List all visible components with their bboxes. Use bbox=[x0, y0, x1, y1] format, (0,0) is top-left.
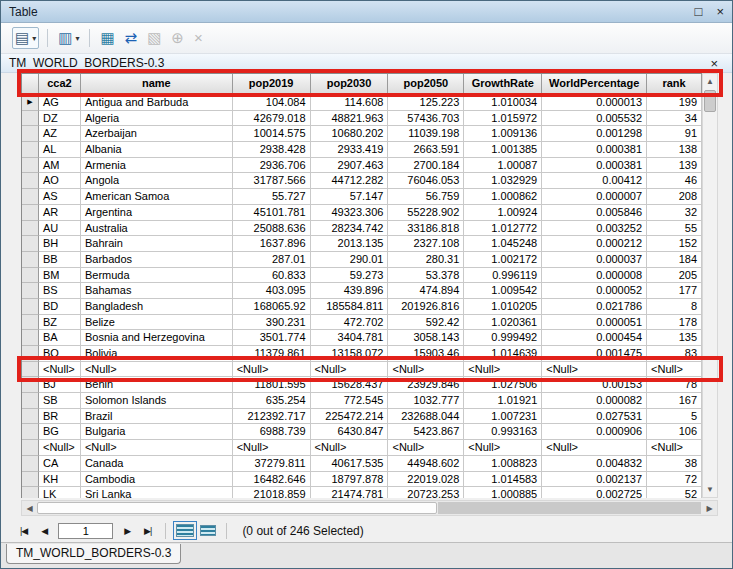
cell-pop2050[interactable]: 5423.867 bbox=[388, 424, 464, 440]
cell-name[interactable]: Bosnia and Herzegovina bbox=[81, 330, 233, 346]
row-selector[interactable] bbox=[22, 189, 39, 205]
column-header-cca2[interactable]: cca2 bbox=[39, 74, 81, 95]
cell-pop2019[interactable]: 21018.859 bbox=[233, 487, 311, 498]
cell-name[interactable]: Argentina bbox=[81, 205, 233, 221]
row-selector[interactable] bbox=[22, 158, 39, 174]
cell-pop2050[interactable]: 1032.777 bbox=[388, 393, 464, 409]
cell-growthrate[interactable]: 1.002172 bbox=[464, 252, 542, 268]
cell-worldpercentage[interactable]: 0.001298 bbox=[542, 126, 647, 142]
row-selector[interactable] bbox=[22, 424, 39, 440]
cell-growthrate[interactable]: 1.000885 bbox=[464, 487, 542, 498]
cell-name[interactable]: Bahrain bbox=[81, 236, 233, 252]
cell-pop2019[interactable]: 6988.739 bbox=[233, 424, 311, 440]
cell-growthrate[interactable]: <Null> bbox=[464, 440, 542, 456]
cell-worldpercentage[interactable]: 0.00153 bbox=[542, 377, 647, 393]
cell-cca2[interactable]: BR bbox=[39, 409, 81, 425]
column-header-worldpercentage[interactable]: WorldPercentage bbox=[542, 74, 647, 95]
cell-pop2050[interactable]: 592.42 bbox=[388, 315, 464, 331]
cell-pop2030[interactable]: 185584.811 bbox=[311, 299, 389, 315]
cell-name[interactable]: Albania bbox=[81, 142, 233, 158]
row-selector[interactable] bbox=[22, 111, 39, 127]
cell-rank[interactable]: 139 bbox=[647, 158, 702, 174]
row-selector[interactable] bbox=[22, 142, 39, 158]
cell-rank[interactable]: 72 bbox=[647, 472, 702, 488]
cell-rank[interactable]: 83 bbox=[647, 346, 702, 362]
cell-worldpercentage[interactable]: 0.000008 bbox=[542, 268, 647, 284]
cell-pop2030[interactable]: 2013.135 bbox=[311, 236, 389, 252]
cell-name[interactable]: American Samoa bbox=[81, 189, 233, 205]
cell-rank[interactable]: 178 bbox=[647, 315, 702, 331]
cell-growthrate[interactable]: 1.001385 bbox=[464, 142, 542, 158]
cell-pop2050[interactable]: 44948.602 bbox=[388, 456, 464, 472]
row-selector[interactable] bbox=[22, 299, 39, 315]
row-selector[interactable] bbox=[22, 362, 39, 378]
cell-pop2030[interactable]: 225472.214 bbox=[311, 409, 389, 425]
cell-pop2019[interactable]: 25088.636 bbox=[233, 221, 311, 237]
cell-pop2030[interactable]: 18797.878 bbox=[311, 472, 389, 488]
cell-pop2019[interactable]: 16482.646 bbox=[233, 472, 311, 488]
cell-pop2050[interactable]: 474.894 bbox=[388, 283, 464, 299]
cell-pop2050[interactable]: 76046.053 bbox=[388, 173, 464, 189]
cell-pop2030[interactable]: 44712.282 bbox=[311, 173, 389, 189]
cell-worldpercentage[interactable]: 0.00412 bbox=[542, 173, 647, 189]
cell-pop2050[interactable]: 11039.198 bbox=[388, 126, 464, 142]
cell-pop2019[interactable]: 212392.717 bbox=[233, 409, 311, 425]
cell-pop2050[interactable]: 20723.253 bbox=[388, 487, 464, 498]
cell-cca2[interactable]: AS bbox=[39, 189, 81, 205]
column-header-pop2050[interactable]: pop2050 bbox=[388, 74, 464, 95]
cell-pop2030[interactable]: 21474.781 bbox=[311, 487, 389, 498]
cell-pop2019[interactable]: 11379.861 bbox=[233, 346, 311, 362]
cell-rank[interactable]: <Null> bbox=[647, 362, 702, 378]
row-selector[interactable] bbox=[22, 315, 39, 331]
cell-pop2050[interactable]: 2327.108 bbox=[388, 236, 464, 252]
cell-cca2[interactable]: <Null> bbox=[39, 440, 81, 456]
cell-rank[interactable]: 78 bbox=[647, 377, 702, 393]
cell-cca2[interactable]: BH bbox=[39, 236, 81, 252]
cell-pop2050[interactable]: 57436.703 bbox=[388, 111, 464, 127]
cell-pop2030[interactable]: <Null> bbox=[311, 440, 389, 456]
cell-name[interactable]: Antigua and Barbuda bbox=[81, 95, 233, 111]
first-record-button[interactable]: |◀ bbox=[20, 526, 27, 536]
row-selector[interactable] bbox=[22, 221, 39, 237]
cell-pop2030[interactable]: 49323.306 bbox=[311, 205, 389, 221]
row-selector[interactable] bbox=[22, 126, 39, 142]
cell-worldpercentage[interactable]: 0.000381 bbox=[542, 158, 647, 174]
maximize-icon[interactable]: □ bbox=[695, 2, 703, 22]
cell-pop2019[interactable]: 31787.566 bbox=[233, 173, 311, 189]
cell-cca2[interactable]: AO bbox=[39, 173, 81, 189]
column-header-name[interactable]: name bbox=[81, 74, 233, 95]
cell-pop2050[interactable]: 23929.846 bbox=[388, 377, 464, 393]
cell-cca2[interactable]: BJ bbox=[39, 377, 81, 393]
tab-tm-world-borders[interactable]: TM_WORLD_BORDERS-0.3 bbox=[6, 544, 181, 564]
row-selector[interactable] bbox=[22, 283, 39, 299]
cell-rank[interactable]: 152 bbox=[647, 236, 702, 252]
cell-worldpercentage[interactable]: 0.000007 bbox=[542, 189, 647, 205]
cell-name[interactable]: Canada bbox=[81, 456, 233, 472]
cell-rank[interactable]: 5 bbox=[647, 409, 702, 425]
cell-growthrate[interactable]: 1.000862 bbox=[464, 189, 542, 205]
cell-pop2030[interactable]: 114.608 bbox=[311, 95, 389, 111]
cell-worldpercentage[interactable]: 0.021786 bbox=[542, 299, 647, 315]
cell-pop2030[interactable]: 2907.463 bbox=[311, 158, 389, 174]
cell-worldpercentage[interactable]: 0.000454 bbox=[542, 330, 647, 346]
previous-record-button[interactable]: ◀ bbox=[41, 526, 47, 536]
cell-pop2019[interactable]: 42679.018 bbox=[233, 111, 311, 127]
cell-name[interactable]: Algeria bbox=[81, 111, 233, 127]
cell-growthrate[interactable]: 1.007231 bbox=[464, 409, 542, 425]
cell-worldpercentage[interactable]: <Null> bbox=[542, 362, 647, 378]
cell-pop2019[interactable]: 10014.575 bbox=[233, 126, 311, 142]
select-by-attributes-icon[interactable]: ▦ bbox=[98, 27, 116, 49]
cell-pop2019[interactable]: 11801.595 bbox=[233, 377, 311, 393]
cell-rank[interactable]: 208 bbox=[647, 189, 702, 205]
cell-rank[interactable]: 38 bbox=[647, 456, 702, 472]
cell-pop2019[interactable]: 2936.706 bbox=[233, 158, 311, 174]
cell-name[interactable]: Angola bbox=[81, 173, 233, 189]
cell-pop2030[interactable]: 13158.072 bbox=[311, 346, 389, 362]
cell-cca2[interactable]: AU bbox=[39, 221, 81, 237]
cell-pop2019[interactable]: 3501.774 bbox=[233, 330, 311, 346]
horizontal-scroll-track[interactable] bbox=[438, 502, 701, 514]
cell-cca2[interactable]: <Null> bbox=[39, 362, 81, 378]
cell-pop2019[interactable]: 60.833 bbox=[233, 268, 311, 284]
column-header-pop2019[interactable]: pop2019 bbox=[233, 74, 311, 95]
row-selector[interactable] bbox=[22, 330, 39, 346]
